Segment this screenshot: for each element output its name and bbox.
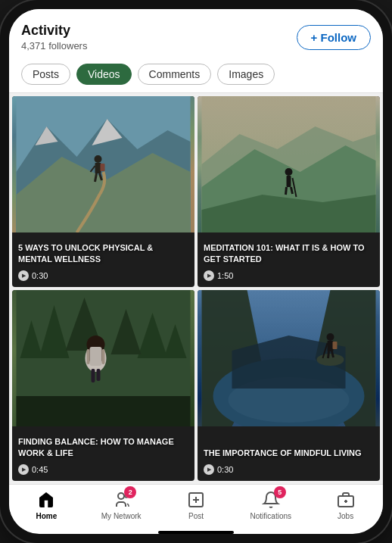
video-card-4[interactable]: THE IMPORTANCE OF MINDFUL LIVING ▶ 0:30 <box>198 290 380 481</box>
home-icon-wrap <box>36 489 57 510</box>
video-duration-2: ▶ 1:50 <box>204 270 233 281</box>
network-badge: 2 <box>124 486 136 498</box>
play-icon-1: ▶ <box>18 270 29 281</box>
video-card-3[interactable]: FINDING BALANCE: HOW TO MANAGE WORK & LI… <box>12 290 194 481</box>
notifications-icon-wrap: 5 <box>260 489 282 510</box>
notifications-badge: 5 <box>274 486 286 498</box>
filter-tabs: Posts Videos Comments Images <box>21 58 371 92</box>
duration-text-1: 0:30 <box>32 271 48 280</box>
jobs-icon-wrap <box>335 489 356 510</box>
video-title-2: MEDITATION 101: WHAT IT IS & HOW TO GET … <box>204 242 374 264</box>
home-indicator <box>158 531 234 534</box>
play-icon-4: ▶ <box>204 464 214 475</box>
duration-text-4: 0:30 <box>217 465 233 474</box>
video-card-2[interactable]: MEDITATION 101: WHAT IT IS & HOW TO GET … <box>198 96 380 287</box>
tab-images[interactable]: Images <box>217 64 275 85</box>
top-bar: Activity 4,371 followers + Follow Posts … <box>9 9 383 93</box>
bottom-nav: Home 2 My Network <box>9 484 383 528</box>
video-card-1[interactable]: 5 WAYS TO UNLOCK PHYSICAL & MENTAL WELLN… <box>12 96 194 287</box>
tab-comments[interactable]: Comments <box>138 64 212 85</box>
play-icon-2: ▶ <box>204 270 214 281</box>
followers-count: 4,371 followers <box>21 40 87 51</box>
tab-posts[interactable]: Posts <box>21 64 70 85</box>
video-title-4: THE IMPORTANCE OF MINDFUL LIVING <box>204 448 374 458</box>
home-icon <box>37 491 55 509</box>
duration-text-2: 1:50 <box>217 271 233 280</box>
phone-screen: Activity 4,371 followers + Follow Posts … <box>9 9 383 534</box>
follow-button[interactable]: + Follow <box>297 25 371 50</box>
video-title-1: 5 WAYS TO UNLOCK PHYSICAL & MENTAL WELLN… <box>18 242 188 264</box>
video-duration-1: ▶ 0:30 <box>18 270 48 281</box>
nav-item-jobs[interactable]: Jobs <box>323 489 369 520</box>
network-icon-wrap: 2 <box>110 489 132 510</box>
video-duration-4: ▶ 0:30 <box>204 464 233 475</box>
nav-label-notifications: Notifications <box>250 512 291 520</box>
videos-grid: 5 WAYS TO UNLOCK PHYSICAL & MENTAL WELLN… <box>9 93 383 484</box>
nav-label-jobs: Jobs <box>338 512 353 520</box>
profile-header: Activity 4,371 followers + Follow <box>21 15 371 58</box>
duration-text-3: 0:45 <box>32 465 48 474</box>
video-duration-3: ▶ 0:45 <box>18 464 48 475</box>
nav-item-notifications[interactable]: 5 Notifications <box>248 489 294 520</box>
profile-name: Activity <box>21 23 87 39</box>
nav-label-home: Home <box>36 512 57 520</box>
jobs-icon <box>337 491 355 509</box>
video-title-3: FINDING BALANCE: HOW TO MANAGE WORK & LI… <box>18 436 188 458</box>
nav-label-post: Post <box>188 512 204 520</box>
post-icon <box>187 491 205 509</box>
post-icon-wrap <box>185 489 207 510</box>
svg-point-50 <box>118 493 124 499</box>
phone-frame: Activity 4,371 followers + Follow Posts … <box>0 0 392 543</box>
play-icon-3: ▶ <box>18 464 29 475</box>
profile-info: Activity 4,371 followers <box>21 23 87 51</box>
nav-item-post[interactable]: Post <box>173 489 219 520</box>
nav-item-home[interactable]: Home <box>23 489 69 520</box>
tab-videos[interactable]: Videos <box>76 64 132 85</box>
nav-label-network: My Network <box>101 512 142 520</box>
nav-item-network[interactable]: 2 My Network <box>98 489 144 520</box>
